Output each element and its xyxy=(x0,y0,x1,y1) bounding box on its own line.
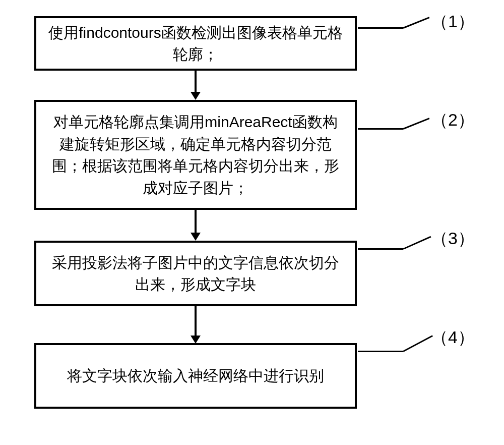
step-label-2: （2） xyxy=(431,108,475,132)
flowchart-canvas: 使用findcontours函数检测出图像表格单元格轮廓； （1） 对单元格轮廓… xyxy=(0,0,504,445)
arrow-head-icon xyxy=(191,92,201,100)
label-connector-4-h xyxy=(358,351,403,352)
label-connector-4-d xyxy=(403,335,433,352)
arrow-head-icon xyxy=(191,336,201,344)
step-label-3: （3） xyxy=(431,227,475,250)
step-box-1: 使用findcontours函数检测出图像表格单元格轮廓； xyxy=(34,16,357,71)
step-box-4: 将文字块依次输入神经网络中进行识别 xyxy=(34,343,357,409)
step-text-3: 采用投影法将子图片中的文字信息依次切分出来，形成文字块 xyxy=(46,252,345,296)
arrow-head-icon xyxy=(191,233,201,241)
label-connector-1-h xyxy=(358,27,403,29)
step-text-2: 对单元格轮廓点集调用minAreaRect函数构建旋转矩形区域，确定单元格内容切… xyxy=(46,111,345,199)
arrow-line xyxy=(195,71,197,92)
arrow-line xyxy=(195,210,197,233)
label-connector-3-h xyxy=(358,248,403,250)
label-connector-2-h xyxy=(358,128,403,130)
label-connector-1-d xyxy=(403,17,429,29)
step-text-4: 将文字块依次输入神经网络中进行识别 xyxy=(67,365,324,387)
step-box-3: 采用投影法将子图片中的文字信息依次切分出来，形成文字块 xyxy=(34,241,357,306)
label-connector-3-d xyxy=(403,236,431,250)
arrow-line xyxy=(195,306,197,336)
step-label-1: （1） xyxy=(431,10,475,33)
step-box-2: 对单元格轮廓点集调用minAreaRect函数构建旋转矩形区域，确定单元格内容切… xyxy=(34,100,357,210)
step-label-4: （4） xyxy=(431,326,475,349)
step-text-1: 使用findcontours函数检测出图像表格单元格轮廓； xyxy=(46,22,345,66)
label-connector-2-d xyxy=(403,118,429,130)
